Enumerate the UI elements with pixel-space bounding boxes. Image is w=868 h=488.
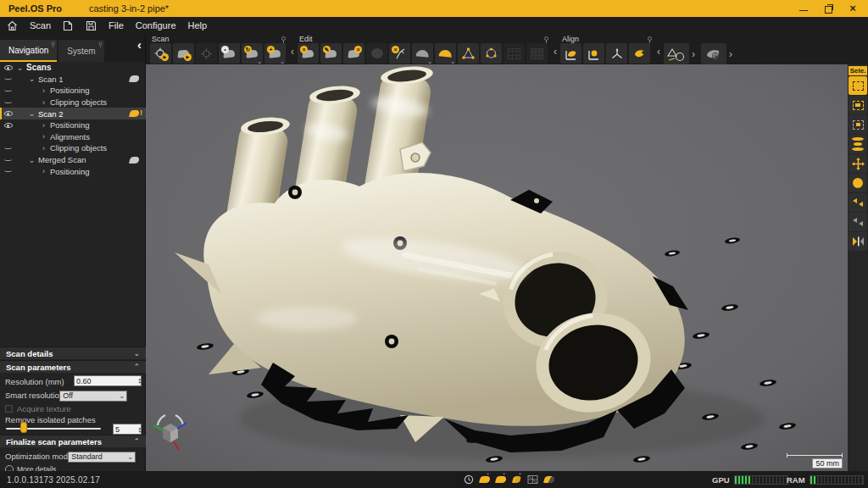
align-targets-button[interactable] — [583, 43, 604, 64]
smart-resolution-dropdown[interactable]: Off ⌄ — [59, 391, 127, 402]
resolution-input[interactable] — [74, 375, 142, 386]
tab-navigation[interactable]: Navigation — [0, 40, 57, 62]
tab-system[interactable]: System — [58, 40, 103, 62]
invert-selection-button[interactable] — [849, 193, 867, 212]
scan-surface-button[interactable]: ▶ — [173, 43, 194, 64]
delete-selection-button[interactable]: × — [298, 43, 319, 64]
visibility-eye-icon[interactable] — [3, 90, 13, 92]
menu-help[interactable]: Help — [188, 20, 208, 30]
chevron-right-icon[interactable]: › — [40, 167, 47, 175]
tree-item-scan2[interactable]: ⌄ Scan 2 ! — [0, 108, 146, 119]
visible-selection-button[interactable] — [849, 96, 867, 114]
visibility-eye-icon[interactable] — [3, 170, 13, 172]
collapse-sidebar-chevron[interactable]: ‹ — [137, 39, 142, 51]
3d-viewport[interactable]: 50 mm — [146, 64, 848, 471]
decimate-mesh-button[interactable] — [458, 43, 479, 64]
visibility-eye-icon[interactable] — [3, 111, 13, 116]
wireframe-status-icon[interactable] — [527, 475, 538, 485]
scan-mesh-status-icon-2[interactable]: ⌃ — [495, 475, 506, 485]
acquire-texture-checkbox[interactable] — [5, 405, 13, 413]
free-move-button[interactable] — [849, 154, 867, 173]
visibility-eye-icon[interactable] — [3, 123, 13, 128]
new-project-icon[interactable] — [63, 20, 74, 31]
collapse-edit-section-chevron[interactable]: ‹ — [554, 46, 557, 58]
visibility-eye-icon[interactable] — [3, 78, 13, 80]
measurement-entities-button[interactable] — [664, 43, 689, 65]
tree-item-merged-scan[interactable]: ⌄ Merged Scan — [0, 154, 146, 166]
chevron-right-icon[interactable]: › — [40, 121, 47, 130]
pin-icon[interactable] — [648, 36, 652, 41]
finalize-scan-parameters-header[interactable]: Finalize scan parameters ⌃ — [0, 435, 146, 447]
chevron-down-icon[interactable]: ⌄ — [280, 58, 285, 64]
expand-texture-group-chevron[interactable]: › — [729, 48, 732, 60]
fill-holes-button[interactable] — [366, 43, 387, 64]
half-mesh-status-icon[interactable] — [543, 475, 554, 485]
scan-details-header[interactable]: Scan details ⌄ — [0, 347, 146, 359]
spinner-arrows[interactable]: ▴▾ — [138, 426, 141, 433]
tree-item-scan2-alignments[interactable]: › Alignments — [0, 131, 146, 143]
chevron-right-icon[interactable]: › — [40, 98, 47, 107]
pin-icon[interactable] — [98, 42, 102, 46]
visibility-eye-icon[interactable] — [3, 159, 13, 161]
chevron-down-icon[interactable]: ⌄ — [427, 58, 432, 64]
chevron-right-icon[interactable]: › — [40, 132, 47, 141]
chevron-down-icon[interactable]: ⌄ — [28, 109, 36, 118]
optimization-mode-dropdown[interactable]: Standard ⌄ — [68, 452, 136, 463]
tree-item-scan1[interactable]: ⌄ Scan 1 — [0, 74, 146, 86]
remove-isolated-patches-button[interactable]: × — [343, 43, 364, 64]
wireframe-shaded-button[interactable] — [526, 43, 548, 64]
spinner-arrows[interactable]: ▴▾ — [138, 377, 141, 384]
minimize-icon[interactable] — [798, 3, 809, 14]
history-clock-icon[interactable] — [463, 475, 474, 485]
through-selection-button[interactable] — [849, 115, 867, 134]
home-icon[interactable] — [7, 20, 18, 31]
align-axes-button[interactable] — [606, 43, 627, 64]
layer-selection-button[interactable] — [849, 135, 867, 153]
chevron-down-icon[interactable]: ⌄ — [450, 58, 455, 64]
scan-targets-button[interactable]: ▶ — [150, 43, 171, 64]
close-icon[interactable]: × — [848, 3, 858, 14]
align-surfaces-button[interactable] — [560, 43, 581, 64]
chevron-down-icon[interactable]: ⌄ — [16, 64, 24, 72]
chevron-right-icon[interactable]: › — [40, 86, 47, 95]
texture-map-button[interactable] — [701, 43, 726, 65]
merge-scans-button[interactable] — [629, 43, 650, 64]
cut-plane-button[interactable]: ⌄ — [412, 43, 433, 64]
pin-icon[interactable] — [544, 36, 548, 41]
edit-boundary-button[interactable]: ✎ — [320, 43, 342, 64]
add-to-scan-button[interactable]: + ⌄ — [264, 43, 286, 64]
wireframe-view-button[interactable] — [504, 43, 525, 64]
visibility-eye-icon[interactable] — [3, 147, 13, 149]
restart-scan-button[interactable]: ↻ ⌄ — [242, 43, 263, 64]
pin-icon[interactable] — [281, 36, 286, 41]
rectangle-selection-button[interactable] — [849, 76, 867, 95]
remove-isolated-patches-input[interactable] — [113, 424, 142, 435]
tree-item-merged-positioning[interactable]: › Positioning — [0, 165, 146, 177]
tree-item-scan2-positioning[interactable]: › Positioning — [0, 119, 146, 131]
collapse-scan-section-chevron[interactable]: ‹ — [291, 46, 294, 58]
expand-measure-group-chevron[interactable]: › — [692, 48, 695, 60]
menu-configure[interactable]: Configure — [136, 20, 176, 30]
brush-selection-button[interactable] — [849, 174, 867, 192]
tree-item-scan2-clipping[interactable]: › Clipping objects — [0, 142, 146, 154]
tree-item-scan1-positioning[interactable]: › Positioning — [0, 85, 146, 97]
chevron-down-icon[interactable]: ⌄ — [28, 75, 36, 83]
menu-scan[interactable]: Scan — [30, 20, 51, 30]
scan-probe-button[interactable] — [196, 43, 217, 64]
orientation-gizmo[interactable] — [151, 410, 190, 452]
trim-surface-button[interactable]: ⌄ — [435, 43, 456, 64]
center-view-button[interactable] — [849, 232, 867, 251]
scan-mesh-status-icon[interactable]: ⌃ — [479, 475, 490, 485]
chevron-down-icon[interactable]: ⌄ — [257, 58, 262, 64]
tree-item-scan1-clipping[interactable]: › Clipping objects — [0, 97, 146, 108]
tree-item-scans[interactable]: ⌄ Scans — [0, 62, 146, 74]
new-scan-button[interactable]: • — [219, 43, 240, 64]
scan-parameters-header[interactable]: Scan parameters ⌃ — [0, 360, 146, 373]
chevron-right-icon[interactable]: › — [40, 144, 47, 152]
visibility-eye-icon[interactable] — [3, 65, 13, 70]
visibility-eye-icon[interactable] — [3, 102, 13, 103]
pin-icon[interactable] — [52, 42, 55, 46]
menu-file[interactable]: File — [108, 20, 124, 30]
deselect-button[interactable] — [849, 213, 867, 231]
save-icon[interactable] — [86, 20, 97, 31]
